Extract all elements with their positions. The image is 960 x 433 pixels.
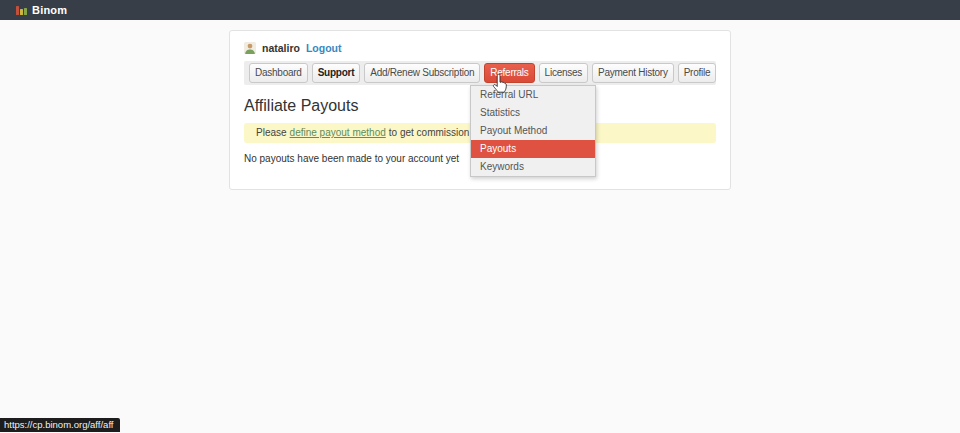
topbar: Binom <box>0 0 960 20</box>
menu-item-payouts[interactable]: Payouts <box>471 140 595 158</box>
tab-profile[interactable]: Profile <box>678 63 717 83</box>
tab-support[interactable]: Support <box>312 63 361 83</box>
tab-payment-history[interactable]: Payment History <box>592 63 674 83</box>
binom-logo-icon <box>16 5 27 15</box>
menu-item-statistics[interactable]: Statistics <box>471 104 595 122</box>
alert-text-pre: Please <box>256 127 287 138</box>
avatar-icon <box>244 42 256 54</box>
tab-dashboard[interactable]: Dashboard <box>249 63 308 83</box>
link-preview-statusbar: https://cp.binom.org/aff/aff <box>0 418 120 432</box>
menu-item-payout-method[interactable]: Payout Method <box>471 122 595 140</box>
brand[interactable]: Binom <box>16 4 67 16</box>
tab-licenses[interactable]: Licenses <box>539 63 588 83</box>
referrals-dropdown-menu: Referral URL Statistics Payout Method Pa… <box>470 85 596 177</box>
main-panel: nataliro Logout Dashboard Support Add/Re… <box>229 30 731 190</box>
tab-bar: Dashboard Support Add/Renew Subscription… <box>244 61 716 85</box>
menu-item-keywords[interactable]: Keywords <box>471 158 595 176</box>
tab-add-renew-subscription[interactable]: Add/Renew Subscription <box>364 63 480 83</box>
menu-item-referral-url[interactable]: Referral URL <box>471 86 595 104</box>
page: { "topbar": { "brand": "Binom" }, "user"… <box>0 0 960 433</box>
logout-link[interactable]: Logout <box>306 42 342 54</box>
tab-referrals[interactable]: Referrals <box>484 63 534 83</box>
user-row: nataliro Logout <box>230 31 730 61</box>
define-payout-method-link[interactable]: define payout method <box>290 127 386 138</box>
brand-name: Binom <box>32 4 67 16</box>
username: nataliro <box>262 42 300 54</box>
